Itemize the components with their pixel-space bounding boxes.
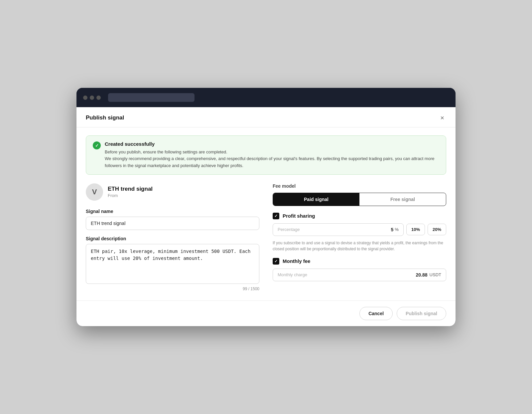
from-label: From (108, 193, 118, 198)
signal-name-input[interactable] (86, 217, 259, 230)
avatar: V (86, 183, 103, 201)
fee-model-label: Fee model (273, 183, 446, 189)
chip-10-button[interactable]: 10% (406, 224, 425, 235)
signal-name-block: ETH trend signal From (108, 186, 153, 198)
fee-model-toggle: Paid signal Free signal (273, 193, 446, 206)
profit-sharing-hint: If you subscribe to and use a signal to … (273, 240, 446, 252)
two-col-layout: V ETH trend signal From Signal name Sign… (86, 183, 446, 293)
browser-titlebar (76, 88, 456, 107)
paid-signal-button[interactable]: Paid signal (273, 193, 359, 206)
left-column: V ETH trend signal From Signal name Sign… (86, 183, 259, 293)
browser-window: Publish signal × Created successfully Be… (76, 88, 456, 326)
signal-name-label: Signal name (86, 209, 259, 214)
success-icon (93, 141, 101, 149)
monthly-fee-checkbox[interactable] (273, 258, 279, 265)
browser-content: Publish signal × Created successfully Be… (76, 107, 456, 326)
cancel-button[interactable]: Cancel (359, 307, 393, 320)
success-banner: Created successfully Before you publish,… (86, 135, 446, 174)
percentage-value: 5 (391, 227, 394, 232)
signal-description-label: Signal description (86, 236, 259, 241)
modal-header: Publish signal × (76, 107, 456, 127)
close-button[interactable]: × (438, 114, 446, 122)
modal-body: Created successfully Before you publish,… (76, 127, 456, 300)
address-bar[interactable] (108, 93, 195, 102)
success-text: Created successfully Before you publish,… (105, 141, 439, 169)
profit-sharing-checkbox[interactable] (273, 213, 279, 219)
monthly-charge-value: 20.88 (416, 272, 428, 278)
percentage-input-wrap[interactable]: Percentage 5 % (273, 223, 404, 236)
percentage-placeholder: Percentage (278, 227, 391, 232)
traffic-light-minimize[interactable] (90, 96, 94, 100)
signal-identity: V ETH trend signal From (86, 183, 259, 201)
chip-20-button[interactable]: 20% (428, 224, 446, 235)
success-line1: Before you publish, ensure the following… (105, 149, 439, 155)
profit-sharing-label: Profit sharing (283, 213, 315, 219)
monthly-charge-input-wrap[interactable]: Monthly charge 20.88 USDT (273, 269, 446, 281)
percentage-row: Percentage 5 % 10% 20% (273, 223, 446, 236)
profit-sharing-row: Profit sharing (273, 213, 446, 219)
success-line2: We strongly recommend providing a clear,… (105, 155, 439, 169)
monthly-fee-row: Monthly fee (273, 258, 446, 265)
char-count: 99 / 1500 (86, 287, 259, 291)
traffic-lights (83, 96, 101, 100)
modal-title: Publish signal (86, 114, 124, 121)
monthly-fee-label: Monthly fee (283, 258, 310, 264)
success-heading: Created successfully (105, 141, 439, 147)
traffic-light-maximize[interactable] (96, 96, 101, 100)
right-column: Fee model Paid signal Free signal Profit… (273, 183, 446, 293)
monthly-charge-placeholder: Monthly charge (278, 272, 416, 277)
monthly-currency: USDT (430, 272, 441, 277)
traffic-light-close[interactable] (83, 96, 87, 100)
signal-description-textarea[interactable]: ETH pair, 10x leverage, minimum investme… (86, 244, 259, 284)
percentage-symbol: % (395, 227, 399, 232)
free-signal-button[interactable]: Free signal (359, 193, 446, 206)
publish-signal-button[interactable]: Publish signal (397, 307, 446, 320)
signal-name-heading: ETH trend signal (108, 186, 153, 192)
modal-footer: Cancel Publish signal (76, 301, 456, 326)
